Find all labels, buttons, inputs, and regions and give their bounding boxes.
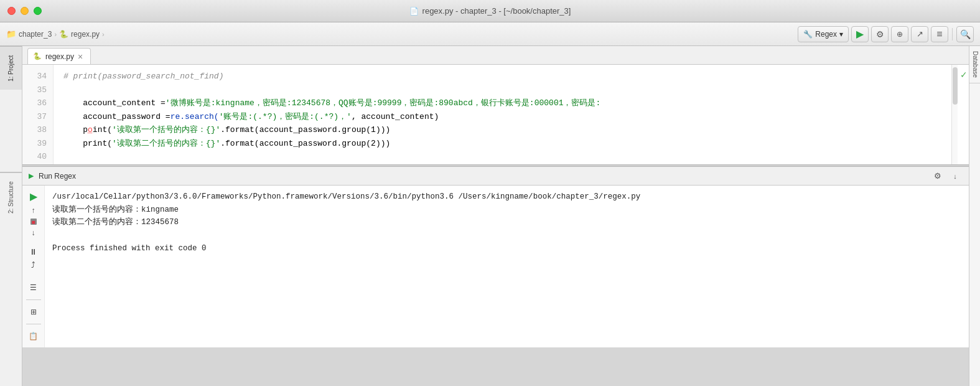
code-editor[interactable]: 34 35 36 37 38 39 40 # print(password_se…	[22, 65, 969, 164]
sidebar-tab-database[interactable]: Database	[969, 46, 980, 83]
code-line-39: print('读取第二个括号的内容：{}'.format(account_pas…	[63, 137, 969, 151]
tab-file-icon: 🐍	[33, 52, 42, 60]
window-title: 📄 regex.py - chapter_3 - [~/book/chapter…	[409, 6, 571, 16]
output-line-5: Process finished with exit code 0	[52, 242, 961, 255]
star-button[interactable]: ★	[26, 347, 42, 347]
run-icon: ▶	[29, 172, 34, 180]
scroll-up-button[interactable]: ↑	[26, 206, 42, 215]
code-line-38: point('读取第一个括号的内容：{}'.format(account_pas…	[63, 123, 969, 137]
minimize-button[interactable]	[21, 7, 29, 15]
line-num-37: 37	[22, 110, 53, 124]
close-button[interactable]	[7, 7, 16, 15]
run-pin-button[interactable]: ↓	[948, 169, 963, 183]
search-button[interactable]: 🔍	[956, 26, 974, 42]
editor-scrollbar[interactable]	[951, 65, 958, 164]
copy-button[interactable]: 📋	[26, 328, 42, 344]
folder-icon: 📁	[6, 29, 16, 39]
line-num-35: 35	[22, 83, 53, 97]
window-controls	[7, 7, 42, 15]
output-line-3: 读取第二个括号的内容：12345678	[52, 216, 961, 229]
stop-button[interactable]: ■	[30, 219, 37, 225]
main-area: 1: Project 2: Structure 🐍 regex.py × 34 …	[0, 46, 980, 386]
run-header-right: ⚙ ↓	[930, 169, 963, 183]
run-panel: ▶ Run Regex ⚙ ↓ ▶ ↑	[22, 167, 969, 347]
restore-button[interactable]: ⤴	[26, 260, 42, 270]
sidebar-tab-structure[interactable]: 2: Structure	[0, 172, 22, 222]
run-button[interactable]: ▶	[851, 26, 869, 42]
run-left-toolbar: ▶ ↑ ■ ↓ ⏸ ⤴ ☰ ⊞ 📋	[22, 186, 45, 347]
run-header: ▶ Run Regex ⚙ ↓	[22, 167, 969, 186]
code-line-37: account_password = re.search('账号是:(.*?)，…	[63, 110, 969, 124]
run-config-dropdown[interactable]: 🔧 Regex ▾	[798, 26, 849, 42]
toolbar-divider	[952, 28, 953, 40]
run-output: /usr/local/Cellar/python3/3.6.0/Framewor…	[45, 186, 969, 347]
run-config-icon: 🔧	[803, 30, 813, 39]
line-num-39: 39	[22, 137, 53, 151]
code-line-35	[63, 83, 969, 97]
output-line-1: /usr/local/Cellar/python3/3.6.0/Framewor…	[52, 191, 961, 204]
code-line-40	[63, 150, 969, 164]
toolbar-separator3	[26, 299, 41, 300]
scroll-down-button[interactable]: ↓	[26, 228, 42, 237]
line-num-38: 38	[22, 123, 53, 137]
run-panel-title: Run Regex	[39, 172, 76, 181]
rerun-button[interactable]: ▶	[26, 191, 42, 202]
title-bar: 📄 regex.py - chapter_3 - [~/book/chapter…	[0, 0, 980, 22]
chevron-down-icon: ▾	[839, 30, 843, 39]
toolbar-separator4	[26, 324, 41, 324]
line-numbers: 34 35 36 37 38 39 40	[22, 65, 54, 164]
menu-button[interactable]: ≡	[931, 26, 948, 42]
editor-tabs: 🐍 regex.py ×	[22, 46, 969, 65]
validation-checkmark: ✓	[960, 70, 968, 80]
list-button[interactable]: ☰	[26, 280, 42, 296]
right-sidebar: Database	[969, 46, 980, 386]
breadcrumb: 📁 chapter_3 › 🐍 regex.py ›	[6, 29, 794, 39]
editor-wrapper: 🐍 regex.py × 34 35 36 37 38 39 40	[22, 46, 969, 386]
file-type-icon: 🐍	[59, 30, 68, 39]
code-line-36: account_content = '微博账号是:kingname，密码是:12…	[63, 96, 969, 110]
breadcrumb-file[interactable]: 🐍 regex.py	[59, 30, 100, 39]
code-comment-34: # print(password_search_not_find)	[63, 70, 223, 83]
toolbar: 📁 chapter_3 › 🐍 regex.py › 🔧 Regex ▾ ▶ ⚙…	[0, 22, 980, 46]
code-line-34: # print(password_search_not_find)	[63, 70, 969, 83]
code-content: # print(password_search_not_find) accoun…	[54, 65, 969, 164]
breadcrumb-separator: ›	[54, 31, 57, 38]
breadcrumb-folder[interactable]: 📁 chapter_3	[6, 29, 52, 39]
line-num-34: 34	[22, 70, 53, 83]
settings-button[interactable]: ⚙	[871, 26, 889, 42]
coverage-button[interactable]: ⊕	[891, 26, 908, 42]
share-button[interactable]: ↗	[911, 26, 928, 42]
lower-buttons: ☰ ⊞ 📋 ★ 🗑	[26, 280, 42, 347]
left-sidebar: 1: Project 2: Structure	[0, 46, 22, 386]
output-line-2: 读取第一个括号的内容：kingname	[52, 204, 961, 217]
editor-tab-regex[interactable]: 🐍 regex.py ×	[27, 48, 91, 64]
code-string-36: '微博账号是:kingname，密码是:12345678，QQ账号是:99999…	[166, 96, 600, 110]
run-body: ▶ ↑ ■ ↓ ⏸ ⤴ ☰ ⊞ 📋	[22, 186, 969, 347]
sidebar-tab-project[interactable]: 1: Project	[0, 46, 22, 90]
tab-close-button[interactable]: ×	[78, 52, 83, 61]
toolbar-right: 🔧 Regex ▾ ▶ ⚙ ⊕ ↗ ≡ 🔍	[798, 26, 974, 42]
scrollbar-thumb	[953, 67, 958, 105]
grid-button[interactable]: ⊞	[26, 304, 42, 320]
line-num-36: 36	[22, 96, 53, 110]
output-line-4	[52, 229, 961, 242]
file-icon: 📄	[409, 7, 419, 16]
pause-button[interactable]: ⏸	[26, 247, 42, 257]
maximize-button[interactable]	[34, 7, 42, 15]
run-settings-button[interactable]: ⚙	[930, 169, 945, 183]
breadcrumb-separator2: ›	[102, 31, 105, 38]
line-num-40: 40	[22, 150, 53, 164]
